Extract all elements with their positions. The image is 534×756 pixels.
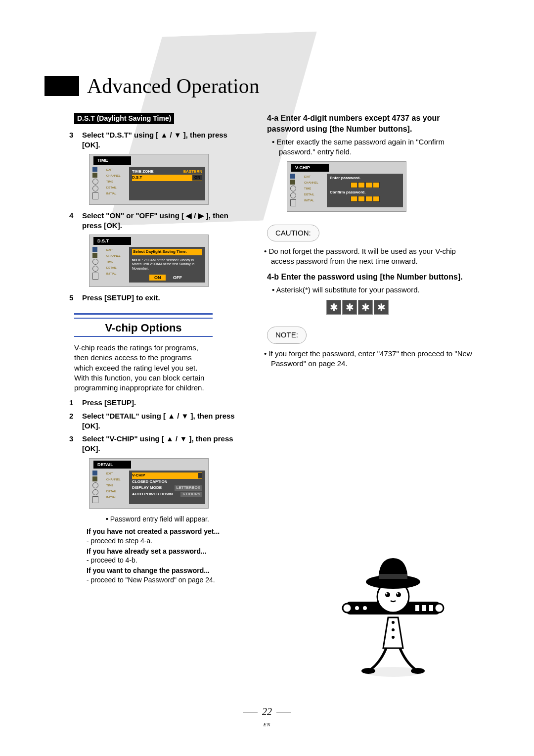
svg-rect-11 — [429, 605, 433, 611]
page-title: Advanced Operation — [87, 74, 260, 98]
osd-detail-title: DETAIL — [93, 461, 131, 469]
header-block-rect — [44, 76, 79, 96]
caution-text: Do not forget the password. It will be u… — [271, 246, 475, 267]
vstep1-text: Press [SETUP]. — [82, 398, 247, 408]
step-4-num: 4 — [69, 211, 82, 231]
row-auto-power: AUTO POWER DOWN6 HOURS — [132, 491, 202, 498]
step-5-num: 5 — [69, 293, 82, 303]
svg-point-8 — [363, 606, 367, 610]
bullet-4b: Asterisk(*) will substitute for your pas… — [279, 285, 475, 295]
row-display-mode: DISPLAY MODELETTERBOX — [132, 485, 202, 491]
osd-time: TIME EXIT CHANNEL TIME DETAIL INITIAL TI… — [89, 154, 209, 204]
svg-point-7 — [355, 606, 359, 610]
step-3: 3 Select "D.S.T" using [ ▲ / ▼ ], then p… — [69, 130, 247, 150]
step-5-text: Press [SETUP] to exit. — [82, 293, 247, 303]
step-4b: 4-b Enter the password using [the Number… — [267, 272, 465, 283]
row-vchip: V-CHIP — [132, 472, 202, 479]
svg-point-17 — [386, 593, 388, 595]
osd-side-icons — [92, 167, 103, 199]
step-5: 5 Press [SETUP] to exit. — [69, 293, 247, 303]
svg-rect-20 — [379, 574, 407, 579]
step-3-text: Select "D.S.T" using [ ▲ / ▼ ], then pre… — [82, 130, 247, 150]
dst-on-off: ON OFF — [132, 275, 202, 281]
osd-dst: D.S.T EXIT CHANNEL TIME DETAIL INITIAL S… — [89, 235, 209, 287]
vstep2-text: Select "DETAIL" using [ ▲ / ▼ ], then pr… — [82, 411, 247, 431]
vchip-intro: V-chip reads the ratings for programs, t… — [74, 343, 213, 393]
vchip-section-title: V-chip Options — [40, 321, 247, 335]
osd-side-labels: EXIT CHANNEL TIME DETAIL INITIAL — [106, 471, 126, 500]
proceed-4a: - proceed to step 4-a. — [87, 536, 247, 546]
svg-point-2 — [411, 668, 425, 674]
ast-2: ✱ — [342, 300, 357, 315]
ast-4: ✱ — [374, 300, 389, 315]
if-change-pw: If you want to change the password... — [87, 566, 247, 575]
confirm-pw-label: Confirm password. — [330, 190, 400, 195]
svg-point-3 — [392, 621, 395, 624]
proceed-new-pw: - proceed to "New Password" on page 24. — [87, 575, 247, 585]
svg-point-12 — [343, 604, 352, 613]
asterisk-boxes: ✱ ✱ ✱ ✱ — [326, 300, 475, 315]
vchip-step-3: 3 Select "V-CHIP" using [ ▲ / ▼ ], then … — [69, 434, 247, 454]
bullet-pw-appear: Password entry field will appear. — [114, 515, 247, 524]
svg-rect-9 — [415, 605, 419, 611]
dst-badge: D.S.T (Daylight Saving Time) — [74, 113, 174, 124]
svg-point-1 — [361, 668, 375, 674]
page-lang: EN — [264, 722, 271, 727]
right-column: 4-a Enter 4-digit numbers except 4737 as… — [267, 113, 475, 585]
note-badge: NOTE: — [267, 327, 307, 343]
dst-note: NOTE: 2:00AM of the second Sunday in Mar… — [132, 258, 202, 271]
enter-pw-boxes — [330, 182, 400, 188]
svg-rect-10 — [422, 605, 426, 611]
vstep1-num: 1 — [69, 398, 82, 408]
proceed-4b: - proceed to 4-b. — [87, 556, 247, 565]
enter-pw-label: Enter password. — [330, 176, 400, 181]
bullet-4a: Enter exactly the same password again in… — [279, 137, 475, 157]
osd-side-icons — [290, 174, 301, 206]
pw-field-appear: Password entry field will appear. — [94, 515, 247, 524]
page-footer: 22 EN — [0, 706, 534, 729]
osd-time-title: TIME — [93, 156, 131, 164]
dst-banner: Select Daylight Saving Time. — [132, 249, 202, 255]
dst-off: OFF — [170, 275, 185, 281]
dst-on: ON — [149, 275, 166, 281]
step-3-num: 3 — [69, 130, 82, 150]
osd-time-content: TIME ZONEEASTERN D.S.TON — [129, 167, 205, 200]
svg-point-4 — [392, 628, 395, 631]
osd-vchip-title: V-CHIP — [291, 164, 329, 172]
svg-point-13 — [435, 604, 444, 613]
osd-side-labels: EXIT CHANNEL TIME DETAIL INITIAL — [106, 167, 126, 196]
step-4a: 4-a Enter 4-digit numbers except 4737 as… — [267, 113, 465, 134]
svg-point-16 — [396, 592, 401, 597]
note-text: If you forget the password, enter "4737"… — [271, 349, 475, 369]
page-number: 22 — [262, 706, 272, 717]
osd-dst-content: Select Daylight Saving Time. NOTE: 2:00A… — [129, 247, 205, 283]
vstep3-text: Select "V-CHIP" using [ ▲ / ▼ ], then pr… — [82, 434, 247, 454]
page-header: Advanced Operation — [44, 74, 475, 98]
vstep3-num: 3 — [69, 434, 82, 454]
caution-badge: CAUTION: — [267, 225, 319, 241]
step-4-text: Select "ON" or "OFF" using [ ◀ / ▶ ], th… — [82, 211, 247, 231]
vchip-step-2: 2 Select "DETAIL" using [ ▲ / ▼ ], then … — [69, 411, 247, 431]
osd-side-labels: EXIT CHANNEL TIME DETAIL INITIAL — [304, 174, 324, 203]
svg-point-18 — [397, 593, 399, 595]
if-not-created: If you have not created a password yet..… — [87, 527, 247, 536]
mascot-illustration — [341, 543, 445, 682]
osd-detail: DETAIL EXIT CHANNEL TIME DETAIL INITIAL … — [89, 458, 209, 509]
osd-vchip-content: Enter password. Confirm password. — [327, 174, 403, 207]
left-column: D.S.T (Daylight Saving Time) 3 Select "D… — [40, 113, 247, 585]
ast-3: ✱ — [358, 300, 373, 315]
osd-side-labels: EXIT CHANNEL TIME DETAIL INITIAL — [106, 247, 126, 277]
step-4: 4 Select "ON" or "OFF" using [ ◀ / ▶ ], … — [69, 211, 247, 231]
if-already-set: If you have already set a password... — [87, 547, 247, 556]
confirm-pw-boxes — [330, 196, 400, 202]
vchip-step-1: 1 Press [SETUP]. — [69, 398, 247, 408]
ast-1: ✱ — [326, 300, 341, 315]
row-dst: D.S.TON — [132, 175, 202, 181]
osd-side-icons — [92, 471, 103, 503]
svg-point-5 — [392, 636, 395, 639]
section-rule-top — [74, 313, 213, 319]
svg-point-15 — [385, 592, 390, 597]
osd-detail-content: V-CHIP CLOSED CAPTION DISPLAY MODELETTER… — [129, 471, 205, 504]
osd-side-icons — [92, 247, 103, 280]
osd-vchip-pw: V-CHIP EXIT CHANNEL TIME DETAIL INITIAL … — [287, 161, 406, 212]
